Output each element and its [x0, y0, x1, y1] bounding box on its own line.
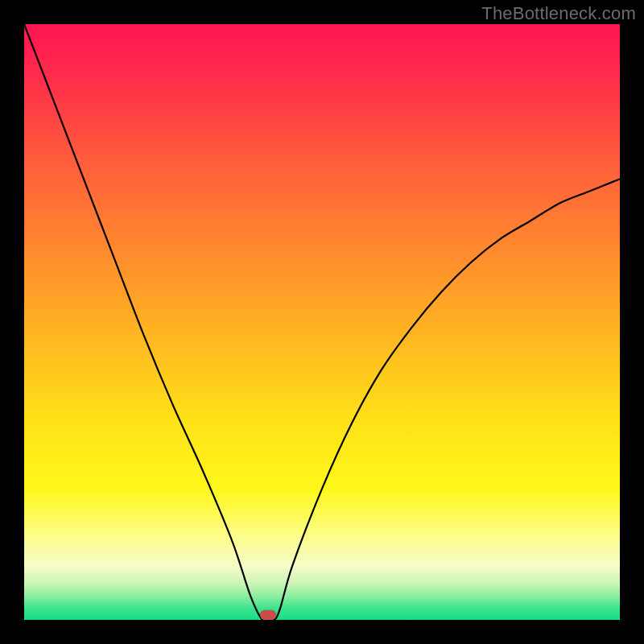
plot-area [24, 24, 620, 620]
chart-frame: TheBottleneck.com [0, 0, 644, 644]
bottleneck-curve [24, 24, 620, 620]
watermark-text: TheBottleneck.com [481, 3, 636, 24]
optimum-marker [260, 610, 276, 620]
